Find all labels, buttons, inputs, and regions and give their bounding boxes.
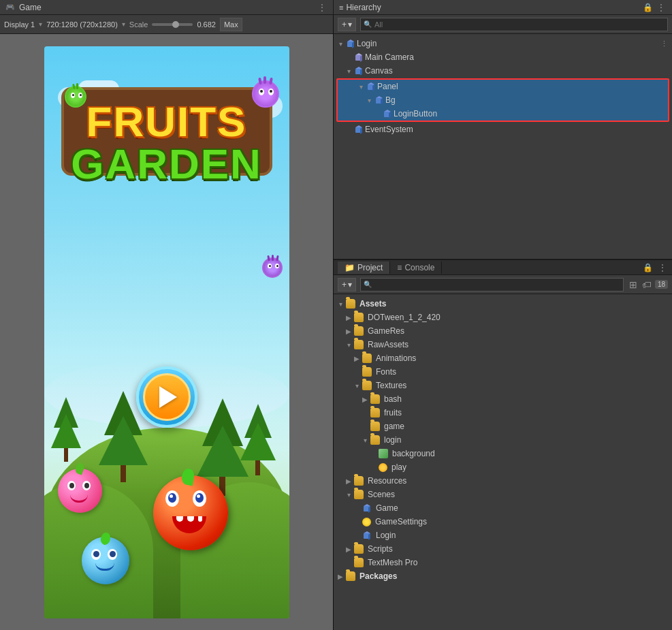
arrow-panel: ▾ [357,83,365,91]
title-fruits: FRUITS [65,101,269,143]
cube-icon-canvas [354,66,364,76]
label-animations: Animations [376,353,416,363]
tree-back-left [51,397,81,462]
game-more-icon[interactable]: ⋮ [317,2,327,13]
project-item-scene-login[interactable]: Login [334,529,672,542]
display-dropdown-icon[interactable]: ▾ [39,20,42,28]
hierarchy-item-loginbutton[interactable]: LoginButton [338,107,668,121]
project-search-icon: 🔍 [364,281,372,288]
game-tab-title: Game [19,3,42,12]
label-scenes: Scenes [368,490,395,499]
project-item-play[interactable]: play [334,460,672,474]
folder-icon-scripts [354,544,364,554]
folder-icon-fruits [370,408,380,418]
label-canvas: Canvas [365,66,393,76]
hierarchy-lock-icon[interactable]: 🔒 [642,2,653,13]
project-search-input[interactable] [374,281,620,289]
hierarchy-search-box: 🔍 [360,18,668,31]
scale-slider[interactable] [152,23,193,26]
project-item-gamesettings[interactable]: GameSettings [334,515,672,529]
resolution-dropdown-icon[interactable]: ▾ [122,20,125,28]
hierarchy-item-login[interactable]: ▾ Login ⋮ [334,37,672,50]
hierarchy-item-bg[interactable]: ▾ Bg [338,93,668,107]
arrow-bg: ▾ [365,97,373,104]
project-item-gameres[interactable]: ▶ GameRes [334,324,672,338]
cube-icon-loginbutton [383,109,392,119]
project-item-login-folder[interactable]: ▾ login [334,433,672,447]
arrow-rawassets: ▾ [345,341,353,349]
play-button[interactable] [136,366,197,428]
hierarchy-search-input[interactable] [374,20,665,29]
cube-icon-main-camera [354,52,364,62]
project-item-assets[interactable]: ▾ Assets [334,297,672,311]
project-item-rawassets[interactable]: ▾ RawAssets [334,338,672,351]
game-preview: FRUITS GARDEN [0,34,333,630]
arrow-bash: ▶ [361,396,369,403]
project-more-icon[interactable]: ⋮ [657,262,668,273]
tab-project[interactable]: 📁 Project [338,262,390,274]
label-scene-game: Game [376,503,398,513]
hierarchy-item-panel[interactable]: ▾ Panel [338,80,668,93]
folder-icon-bash [370,394,380,404]
project-lock-icon[interactable]: 🔒 [642,262,653,273]
hierarchy-add-button[interactable]: + ▾ [338,18,356,31]
project-item-animations[interactable]: ▶ Animations [334,351,672,365]
project-item-fruits[interactable]: fruits [334,406,672,420]
project-badge: 18 [655,280,668,289]
folder-icon-packages [346,571,355,581]
project-item-game-folder[interactable]: game [334,420,672,433]
console-tab-label: Console [404,263,434,272]
hierarchy-item-main-camera[interactable]: Main Camera [334,50,672,64]
play-triangle [159,386,177,408]
login-more-icon[interactable]: ⋮ [658,38,669,49]
console-tab-icon: ≡ [397,263,402,272]
arrow-scenes: ▾ [345,491,353,499]
folder-icon-game-folder [370,422,380,431]
game-toolbar: Display 1 ▾ 720:1280 (720x1280) ▾ Scale … [0,15,333,34]
project-item-resources[interactable]: ▶ Resources [334,474,672,488]
scale-thumb [172,21,179,28]
project-add-button[interactable]: + ▾ [338,278,356,292]
project-item-bash[interactable]: ▶ bash [334,392,672,406]
svg-marker-4 [355,53,362,55]
label-fruits-folder: fruits [384,408,402,418]
label-background: background [392,449,435,458]
project-item-scripts[interactable]: ▶ Scripts [334,542,672,556]
hierarchy-item-eventsystem[interactable]: EventSystem [334,123,672,136]
right-panel: + ▾ 🔍 ▾ Login [334,15,672,630]
label-textures: Textures [376,381,406,390]
label-login: Login [357,39,377,48]
project-item-packages[interactable]: ▶ Packages [334,569,672,583]
folder-icon-gameres [354,326,364,336]
folder-icon-scenes [354,490,364,499]
label-scene-login: Login [376,531,396,540]
project-item-background[interactable]: background [334,447,672,460]
project-item-scenes[interactable]: ▾ Scenes [334,488,672,501]
label-textmeshpro: TextMesh Pro [368,558,417,567]
hierarchy-item-canvas[interactable]: ▾ Canvas [334,64,672,78]
folder-icon-login-folder [370,435,380,445]
project-tab-bar: 📁 Project ≡ Console 🔒 ⋮ [334,260,672,275]
project-item-textures[interactable]: ▾ Textures [334,379,672,392]
hierarchy-more-icon[interactable]: ⋮ [656,2,667,13]
project-item-textmeshpro[interactable]: TextMesh Pro [334,556,672,569]
project-item-fonts[interactable]: Fonts [334,365,672,379]
creature-top-right [252,80,279,108]
label-main-camera: Main Camera [365,52,414,62]
svg-marker-13 [376,96,383,98]
main-layout: Display 1 ▾ 720:1280 (720x1280) ▾ Scale … [0,15,672,630]
project-item-dotween[interactable]: ▶ DOTween_1_2_420 [334,311,672,324]
label-bash: bash [384,394,402,404]
folder-icon-assets [346,299,355,309]
svg-marker-7 [355,67,362,69]
folder-icon-textmeshpro [354,558,364,567]
label-resources: Resources [368,476,406,486]
project-layout-icon[interactable]: ⊞ [628,279,639,290]
project-tag-icon[interactable]: 🏷 [641,279,652,290]
max-button[interactable]: Max [220,18,242,31]
folder-icon-textures [362,381,372,390]
tab-console[interactable]: ≡ Console [390,262,442,274]
svg-marker-16 [384,110,391,112]
project-item-scene-game[interactable]: Game [334,501,672,515]
cube-icon-eventsystem [354,125,364,134]
